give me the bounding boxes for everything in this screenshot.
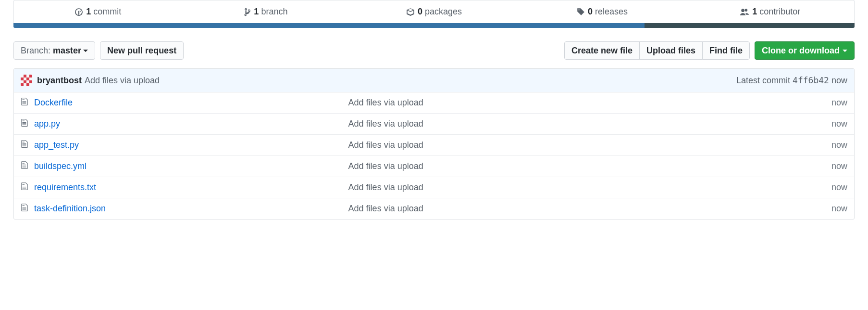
history-icon <box>74 8 83 16</box>
contributors-label: contributor <box>759 7 800 16</box>
file-commit-message[interactable]: Add files via upload <box>348 119 831 129</box>
table-row: requirements.txtAdd files via uploadnow <box>14 177 854 198</box>
language-bar[interactable] <box>13 23 855 28</box>
contributors-count: 1 <box>752 7 757 16</box>
branches-count: 1 <box>254 7 259 16</box>
table-row: task-definition.jsonAdd files via upload… <box>14 198 854 219</box>
table-row: DockerfileAdd files via uploadnow <box>14 92 854 114</box>
caret-down-icon <box>83 50 88 52</box>
commits-label: commit <box>93 7 121 16</box>
commits-count: 1 <box>86 7 91 16</box>
latest-commit-label: Latest commit <box>736 76 790 85</box>
branches-label: branch <box>261 7 287 16</box>
tag-icon <box>576 8 585 16</box>
file-icon <box>21 182 28 193</box>
table-row: app.pyAdd files via uploadnow <box>14 114 854 135</box>
find-file-button[interactable]: Find file <box>702 41 750 60</box>
file-age: now <box>831 119 847 129</box>
file-name-link[interactable]: app.py <box>34 119 348 129</box>
avatar[interactable] <box>21 75 32 86</box>
commits-stat[interactable]: 1 commit <box>14 0 182 23</box>
latest-commit-bar: bryantbost Add files via upload Latest c… <box>14 69 854 92</box>
packages-count: 0 <box>418 7 422 16</box>
table-row: buildspec.ymlAdd files via uploadnow <box>14 156 854 177</box>
file-icon <box>21 203 28 214</box>
file-commit-message[interactable]: Add files via upload <box>348 98 831 108</box>
releases-count: 0 <box>588 7 593 16</box>
commit-message[interactable]: Add files via upload <box>85 76 160 86</box>
clone-download-button[interactable]: Clone or download <box>755 41 855 60</box>
file-age: now <box>831 140 847 150</box>
file-commit-message[interactable]: Add files via upload <box>348 182 831 193</box>
releases-label: releases <box>595 7 628 16</box>
file-actions-group: Create new file Upload files Find file <box>564 41 750 60</box>
file-name-link[interactable]: app_test.py <box>34 140 348 150</box>
file-name-link[interactable]: Dockerfile <box>34 98 348 108</box>
new-pull-request-button[interactable]: New pull request <box>100 41 184 60</box>
clone-label: Clone or download <box>762 46 840 55</box>
commit-when: now <box>831 76 847 85</box>
file-commit-message[interactable]: Add files via upload <box>348 140 831 150</box>
repo-stats-bar: 1 commit 1 branch 0 packages 0 releases … <box>13 0 855 23</box>
caret-down-icon <box>843 50 847 52</box>
packages-label: packages <box>425 7 462 16</box>
package-icon <box>406 8 415 16</box>
file-commit-message[interactable]: Add files via upload <box>348 204 831 214</box>
file-age: now <box>831 161 847 171</box>
file-age: now <box>831 98 847 108</box>
branch-name: master <box>53 46 81 55</box>
file-icon <box>21 161 28 172</box>
file-name-link[interactable]: buildspec.yml <box>34 161 348 171</box>
contributors-stat[interactable]: 1 contributor <box>686 0 854 23</box>
file-icon <box>21 97 28 108</box>
file-age: now <box>831 182 847 193</box>
commit-sha[interactable]: 4ff6b42 <box>793 75 829 85</box>
file-nav-toolbar: Branch: master New pull request Create n… <box>13 41 855 60</box>
branch-icon <box>244 8 251 16</box>
releases-stat[interactable]: 0 releases <box>518 0 686 23</box>
branch-prefix: Branch: <box>21 46 50 55</box>
file-icon <box>21 118 28 129</box>
people-icon <box>740 8 749 16</box>
language-segment-primary <box>13 23 645 28</box>
file-icon <box>21 140 28 151</box>
upload-files-button[interactable]: Upload files <box>639 41 703 60</box>
table-row: app_test.pyAdd files via uploadnow <box>14 135 854 156</box>
commit-author[interactable]: bryantbost <box>37 76 82 86</box>
file-name-link[interactable]: task-definition.json <box>34 204 348 214</box>
file-name-link[interactable]: requirements.txt <box>34 182 348 193</box>
file-age: now <box>831 204 847 214</box>
branch-select-button[interactable]: Branch: master <box>13 41 95 60</box>
packages-stat[interactable]: 0 packages <box>350 0 518 23</box>
branches-stat[interactable]: 1 branch <box>182 0 350 23</box>
file-list: bryantbost Add files via upload Latest c… <box>13 68 855 220</box>
language-segment-secondary <box>645 23 855 28</box>
file-commit-message[interactable]: Add files via upload <box>348 161 831 171</box>
create-new-file-button[interactable]: Create new file <box>564 41 640 60</box>
